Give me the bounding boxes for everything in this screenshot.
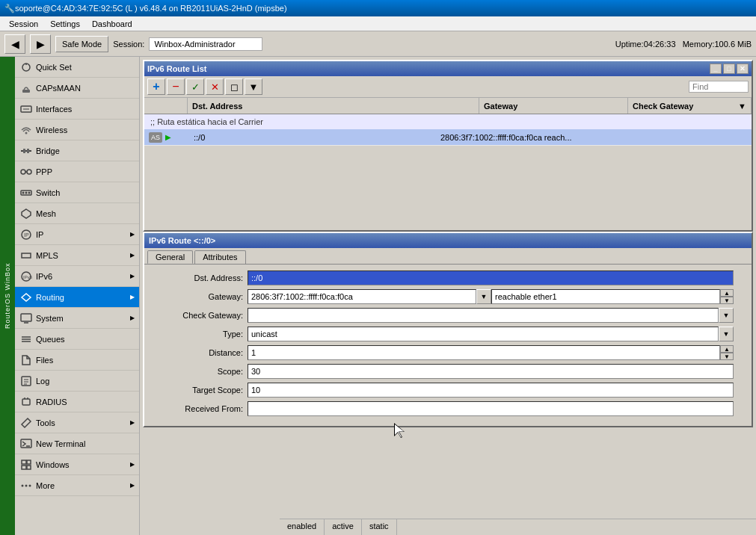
- files-icon: [19, 353, 33, 367]
- check-gateway-dropdown-button[interactable]: ▼: [719, 308, 734, 323]
- sidebar: RouterOS WinBox Quick Set CAPsMAAN: [0, 57, 140, 535]
- svg-rect-38: [27, 460, 31, 464]
- sidebar-item-interfaces[interactable]: Interfaces: [15, 99, 139, 120]
- close-button[interactable]: ✕: [737, 64, 749, 74]
- windows-icon: [19, 458, 33, 471]
- distance-spin-down[interactable]: ▼: [720, 353, 734, 360]
- tab-general[interactable]: General: [147, 250, 193, 264]
- ipv6-icon: IPv6: [19, 270, 33, 283]
- svg-rect-19: [22, 253, 31, 258]
- type-input[interactable]: [248, 327, 719, 341]
- gateway-input[interactable]: [248, 289, 476, 304]
- tools-label: Tools: [36, 418, 55, 427]
- find-input[interactable]: [689, 81, 749, 93]
- table-headers: Dst. Address Gateway Check Gateway ▼: [144, 98, 752, 114]
- sidebar-item-radius[interactable]: RADIUS: [15, 392, 139, 412]
- menu-session[interactable]: Session: [3, 19, 44, 29]
- safe-mode-button[interactable]: Safe Mode: [55, 36, 108, 52]
- distance-spin-up[interactable]: ▲: [720, 345, 734, 353]
- td-flags: AS ▶: [144, 129, 189, 145]
- queues-label: Queues: [36, 335, 65, 344]
- enable-button[interactable]: ✓: [186, 78, 204, 95]
- detail-titlebar[interactable]: IPv6 Route <::/0>: [144, 233, 752, 248]
- form-row-received-from: Received From:: [150, 401, 746, 416]
- comment-row: ;; Ruta estática hacia el Carrier: [144, 114, 752, 129]
- add-button[interactable]: +: [147, 78, 165, 95]
- svg-rect-8: [27, 149, 29, 153]
- route-list-title: IPv6 Route List: [147, 64, 206, 73]
- svg-text:IP: IP: [24, 232, 29, 238]
- sidebar-item-system[interactable]: System: [15, 308, 139, 329]
- sidebar-item-more[interactable]: More: [15, 475, 139, 496]
- sidebar-item-wireless[interactable]: Wireless: [15, 120, 139, 140]
- spin-up[interactable]: ▲: [720, 289, 734, 297]
- more-icon: [19, 479, 33, 492]
- type-dropdown-button[interactable]: ▼: [719, 327, 734, 341]
- session-label: Session:: [113, 40, 144, 49]
- window-title: soporte@C4:AD:34:7E:92:5C (L ) v6.48.4 o…: [15, 4, 287, 13]
- wireless-label: Wireless: [36, 126, 67, 134]
- svg-point-15: [28, 191, 31, 194]
- gateway-dropdown-button[interactable]: ▼: [476, 289, 491, 304]
- sidebar-item-ppp[interactable]: PPP: [15, 161, 139, 182]
- sidebar-item-files[interactable]: Files: [15, 350, 139, 371]
- menu-settings[interactable]: Settings: [44, 19, 86, 29]
- distance-label: Distance:: [150, 348, 248, 357]
- routing-icon: [19, 291, 33, 304]
- received-from-input[interactable]: [248, 401, 734, 416]
- minimize-button[interactable]: _: [710, 64, 722, 74]
- switch-icon: [19, 186, 33, 200]
- sidebar-item-bridge[interactable]: Bridge: [15, 140, 139, 161]
- maximize-button[interactable]: □: [723, 64, 735, 74]
- th-cgw-arrow: ▼: [738, 102, 746, 111]
- sidebar-item-new-terminal[interactable]: New Terminal: [15, 433, 139, 454]
- route-list-titlebar[interactable]: IPv6 Route List _ □ ✕: [144, 61, 752, 76]
- files-label: Files: [36, 356, 53, 365]
- sidebar-item-ipv6[interactable]: IPv6 IPv6: [15, 266, 139, 287]
- system-icon: [19, 312, 33, 325]
- queues-icon: [19, 333, 33, 346]
- distance-spinner[interactable]: ▲ ▼: [720, 345, 734, 360]
- menu-bar: Session Settings Dashboard: [0, 16, 756, 31]
- sidebar-item-capsman[interactable]: CAPsMAAN: [15, 78, 139, 99]
- distance-input[interactable]: [248, 345, 720, 360]
- sidebar-item-switch[interactable]: Switch: [15, 182, 139, 203]
- mpls-icon: [19, 249, 33, 262]
- table-toolbar: + − ✓ ✕ ◻ ▼: [144, 76, 752, 98]
- sidebar-item-quick-set[interactable]: Quick Set: [15, 57, 139, 78]
- copy-button[interactable]: ◻: [225, 78, 243, 95]
- svg-rect-31: [22, 399, 30, 405]
- bridge-icon: [19, 144, 33, 158]
- back-button[interactable]: ◀: [4, 34, 25, 54]
- ip-label: IP: [36, 230, 43, 239]
- table-row[interactable]: AS ▶ ::/0 2806:3f7:1002::ffff:f0ca:f0ca …: [144, 129, 752, 146]
- menu-dashboard[interactable]: Dashboard: [86, 19, 138, 29]
- gateway-spinner[interactable]: ▲ ▼: [720, 289, 734, 304]
- sidebar-item-tools[interactable]: Tools: [15, 412, 139, 433]
- scope-input[interactable]: [248, 364, 734, 379]
- sidebar-item-mpls[interactable]: MPLS: [15, 245, 139, 266]
- check-gateway-input[interactable]: [248, 308, 719, 323]
- sidebar-item-queues[interactable]: Queues: [15, 329, 139, 350]
- tab-attributes[interactable]: Attributes: [194, 250, 245, 264]
- disable-button[interactable]: ✕: [206, 78, 224, 95]
- filter-button[interactable]: ▼: [245, 78, 262, 95]
- target-scope-input[interactable]: [248, 383, 734, 398]
- dst-label: Dst. Address:: [150, 273, 248, 282]
- remove-button[interactable]: −: [167, 78, 185, 95]
- gateway-status-input[interactable]: [491, 289, 720, 304]
- detail-tabs: General Attributes: [144, 248, 752, 264]
- sidebar-item-mesh[interactable]: Mesh: [15, 203, 139, 224]
- session-input[interactable]: [149, 37, 262, 51]
- bridge-label: Bridge: [36, 146, 60, 155]
- check-gateway-label: Check Gateway:: [150, 311, 248, 320]
- forward-button[interactable]: ▶: [30, 34, 51, 54]
- dst-address-input[interactable]: [248, 270, 734, 285]
- svg-rect-37: [22, 466, 26, 469]
- spin-down[interactable]: ▼: [720, 297, 734, 304]
- table-body: ;; Ruta estática hacia el Carrier AS ▶ :…: [144, 114, 752, 146]
- sidebar-item-windows[interactable]: Windows: [15, 454, 139, 475]
- sidebar-item-routing[interactable]: Routing: [15, 287, 139, 308]
- sidebar-item-log[interactable]: Log: [15, 371, 139, 392]
- sidebar-item-ip[interactable]: IP IP: [15, 224, 139, 245]
